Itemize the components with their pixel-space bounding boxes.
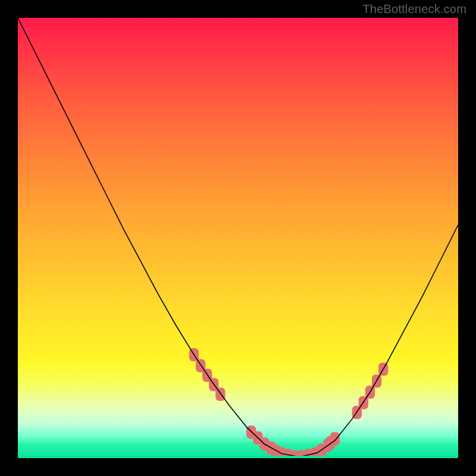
chart-svg [18, 18, 458, 458]
bottleneck-curve-path [18, 18, 458, 457]
plot-area [18, 18, 458, 458]
marker-layer [189, 348, 388, 458]
baseline-strip [18, 456, 458, 458]
watermark-text: TheBottleneck.com [362, 2, 466, 16]
curve-marker [215, 388, 225, 401]
